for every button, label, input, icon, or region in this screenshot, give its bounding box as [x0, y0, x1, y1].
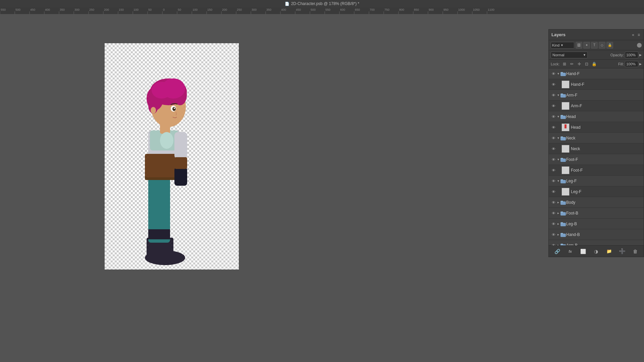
- layer-item-hand-f-group[interactable]: 👁▾ Hand-F: [549, 68, 644, 79]
- filter-type-icon[interactable]: T: [591, 42, 598, 49]
- layer-fx-btn[interactable]: fx: [566, 247, 574, 255]
- group-arrow-arm-f-group[interactable]: ▾: [556, 93, 560, 97]
- eye-icon-arm-f-layer[interactable]: 👁: [551, 103, 556, 109]
- lock-position-btn[interactable]: ✛: [576, 61, 582, 67]
- folder-icon-foot-f-group: [560, 157, 566, 163]
- folder-icon-head-group: [560, 114, 566, 120]
- layer-name-leg-f-group: Leg-F: [566, 179, 642, 183]
- group-arrow-head-group[interactable]: ▾: [556, 115, 560, 119]
- eye-icon-head-layer[interactable]: 👁: [551, 125, 556, 130]
- delete-layer-btn[interactable]: 🗑: [631, 247, 639, 255]
- filter-image-icon[interactable]: 🖼: [576, 42, 582, 49]
- lock-paint-btn[interactable]: ✏: [569, 61, 575, 67]
- eye-icon-arm-b-group[interactable]: 👁: [551, 243, 556, 246]
- layer-item-head-layer[interactable]: 👁Head: [549, 122, 644, 133]
- lock-artboard-btn[interactable]: ⊡: [584, 61, 590, 67]
- fill-input[interactable]: 100%: [625, 61, 638, 67]
- opacity-label: Opacity:: [610, 53, 624, 57]
- panel-menu-btn[interactable]: ≡: [637, 32, 641, 38]
- folder-icon-foot-b-group: [560, 210, 566, 216]
- svg-text:1100: 1100: [488, 8, 494, 11]
- group-arrow-hand-f-group[interactable]: ▾: [556, 72, 560, 76]
- canvas-area: [0, 14, 550, 362]
- eye-icon-arm-f-group[interactable]: 👁: [551, 93, 556, 98]
- layer-item-foot-f-layer[interactable]: 👁Foot-F: [549, 165, 644, 176]
- eye-icon-head-group[interactable]: 👁: [551, 114, 556, 119]
- svg-text:450: 450: [30, 8, 35, 11]
- layer-thumb-hand-f-layer: [561, 80, 570, 88]
- folder-icon-leg-f-group: [560, 178, 566, 184]
- eye-icon-hand-b-group[interactable]: 👁: [551, 232, 556, 237]
- layer-item-head-group[interactable]: 👁▾ Head: [549, 111, 644, 122]
- panel-collapse-btn[interactable]: «: [631, 32, 635, 38]
- new-group-btn[interactable]: 📁: [605, 247, 613, 255]
- layer-name-arm-f-layer: Arm-F: [571, 104, 642, 108]
- opacity-input[interactable]: 100%: [625, 52, 638, 58]
- layer-name-body-group: Body: [566, 200, 642, 205]
- group-arrow-leg-b-group[interactable]: ▸: [556, 222, 560, 226]
- filter-smart-icon[interactable]: 🔒: [606, 42, 613, 49]
- eye-icon-foot-f-group[interactable]: 👁: [551, 157, 556, 162]
- group-arrow-hand-b-group[interactable]: ▸: [556, 233, 560, 237]
- filter-toggle[interactable]: [637, 43, 642, 48]
- window-title: 2D-Character.psb @ 178% (RGB/8*) *: [291, 1, 360, 6]
- eye-icon-leg-f-group[interactable]: 👁: [551, 178, 556, 184]
- layer-item-neck-layer[interactable]: 👁Neck: [549, 143, 644, 154]
- group-arrow-foot-f-group[interactable]: ▾: [556, 158, 560, 162]
- eye-icon-hand-f-group[interactable]: 👁: [551, 71, 556, 76]
- layer-item-hand-f-layer[interactable]: 👁Hand-F: [549, 79, 644, 90]
- layer-item-foot-b-group[interactable]: 👁▸ Foot-B: [549, 208, 644, 219]
- svg-text:750: 750: [384, 8, 389, 11]
- eye-icon-neck-layer[interactable]: 👁: [551, 146, 556, 152]
- eye-icon-foot-b-group[interactable]: 👁: [551, 210, 556, 216]
- group-arrow-neck-group[interactable]: ▾: [556, 136, 560, 140]
- svg-text:1050: 1050: [473, 8, 480, 11]
- layer-item-leg-b-group[interactable]: 👁▸ Leg-B: [549, 219, 644, 229]
- layer-item-foot-f-group[interactable]: 👁▾ Foot-F: [549, 154, 644, 165]
- group-arrow-foot-b-group[interactable]: ▸: [556, 211, 560, 215]
- layers-list[interactable]: 👁▾ Hand-F👁Hand-F👁▾ Arm-F👁Arm-F👁▾ Head👁He…: [549, 68, 644, 245]
- lock-all-btn[interactable]: 🔒: [591, 61, 597, 67]
- svg-rect-98: [560, 115, 563, 116]
- svg-point-90: [174, 108, 175, 109]
- eye-icon-leg-b-group[interactable]: 👁: [551, 221, 556, 227]
- add-mask-btn[interactable]: ⬜: [579, 247, 587, 255]
- adjustment-btn[interactable]: ◑: [592, 247, 600, 255]
- layer-item-leg-f-group[interactable]: 👁▾ Leg-F: [549, 176, 644, 186]
- svg-rect-71: [148, 229, 170, 239]
- filter-fx-icon[interactable]: ✦: [583, 42, 590, 49]
- svg-text:150: 150: [207, 8, 212, 11]
- svg-text:500: 500: [15, 8, 20, 11]
- layer-item-neck-group[interactable]: 👁▾ Neck: [549, 133, 644, 143]
- eye-icon-body-group[interactable]: 👁: [551, 200, 556, 205]
- filter-kind-select[interactable]: Kind ▼: [551, 42, 574, 49]
- fill-arrow[interactable]: ▶: [639, 62, 642, 66]
- layers-panel-header: Layers « ≡: [549, 29, 644, 40]
- filter-kind-arrow: ▼: [560, 44, 564, 47]
- group-arrow-leg-f-group[interactable]: ▾: [556, 179, 560, 183]
- blend-mode-select[interactable]: Normal ▼: [551, 52, 588, 58]
- opacity-arrow[interactable]: ▶: [639, 53, 642, 57]
- filter-shape-icon[interactable]: ◇: [599, 42, 605, 49]
- layer-item-body-group[interactable]: 👁▸ Body: [549, 197, 644, 208]
- layer-item-arm-b-group[interactable]: 👁▸ Arm-B: [549, 240, 644, 245]
- eye-icon-hand-f-layer[interactable]: 👁: [551, 82, 556, 87]
- layer-name-head-group: Head: [566, 114, 642, 119]
- layer-item-arm-f-group[interactable]: 👁▾ Arm-F: [549, 90, 644, 101]
- svg-text:900: 900: [429, 8, 434, 11]
- eye-icon-foot-f-layer[interactable]: 👁: [551, 168, 556, 173]
- eye-icon-leg-f-layer[interactable]: 👁: [551, 189, 556, 194]
- link-layers-btn[interactable]: 🔗: [553, 247, 561, 255]
- layer-item-arm-f-layer[interactable]: 👁Arm-F: [549, 101, 644, 111]
- svg-text:650: 650: [355, 8, 360, 11]
- layer-item-leg-f-layer[interactable]: 👁Leg-F: [549, 186, 644, 197]
- group-arrow-body-group[interactable]: ▸: [556, 200, 560, 204]
- horizontal-ruler: 5505004504003503002502001501005005010015…: [0, 7, 644, 14]
- eye-icon-neck-group[interactable]: 👁: [551, 135, 556, 141]
- layer-item-hand-b-group[interactable]: 👁▸ Hand-B: [549, 229, 644, 240]
- new-layer-btn[interactable]: ➕: [618, 247, 626, 255]
- svg-text:100: 100: [133, 8, 139, 11]
- lock-transparent-btn[interactable]: ⊞: [561, 61, 568, 67]
- blend-opacity-row: Normal ▼ Opacity: 100% ▶: [549, 50, 644, 60]
- svg-text:200: 200: [104, 8, 109, 11]
